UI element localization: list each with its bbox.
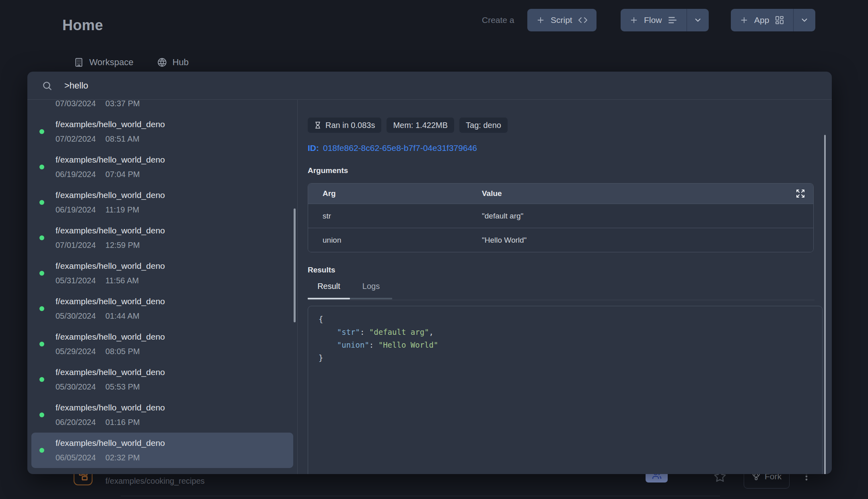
run-item-date: 06/19/2024	[56, 170, 96, 179]
tag-badge: Tag: deno	[459, 118, 508, 133]
tab-result-underline	[308, 298, 350, 299]
chevron-down-icon	[693, 16, 702, 25]
run-item-text: f/examples/hello_world_deno 05/31/2024 1…	[56, 261, 165, 285]
search-input[interactable]	[64, 80, 832, 91]
plus-icon	[629, 16, 638, 25]
run-item-time: 12:59 PM	[105, 241, 140, 250]
run-item-text: f/examples/hello_world_deno 05/30/2024 0…	[56, 297, 165, 321]
globe-icon	[157, 57, 167, 68]
run-list-item[interactable]: f/examples/hello_world_deno 05/29/2024 0…	[31, 326, 293, 362]
json-sep: :	[360, 328, 369, 336]
run-list-item[interactable]: f/examples/hello_world_deno 06/19/2024 1…	[31, 185, 293, 220]
tag-badge-label: Tag: deno	[466, 121, 501, 130]
page-title: Home	[62, 17, 103, 34]
json-value: "Hello World"	[378, 340, 438, 349]
arg-value: "default arg"	[482, 212, 813, 221]
run-item-path: f/examples/hello_world_deno	[56, 403, 165, 413]
run-item-text: f/examples/hello_world_deno 06/20/2024 0…	[56, 403, 165, 427]
run-item-time: 03:37 PM	[105, 100, 140, 108]
arg-name: union	[308, 236, 482, 245]
run-item-path: f/examples/hello_world_deno	[56, 261, 165, 272]
run-list-item[interactable]: f/examples/hello_world_deno 07/02/2024 0…	[31, 114, 293, 149]
json-value: "default arg"	[369, 328, 429, 336]
create-app-button[interactable]: App	[731, 9, 815, 31]
create-app-button-main[interactable]: App	[731, 9, 793, 31]
json-sep: :	[369, 340, 378, 349]
search-bar	[27, 72, 832, 100]
detail-panel-scrollbar[interactable]	[824, 135, 826, 474]
create-flow-button[interactable]: Flow	[621, 9, 709, 31]
arguments-table: Arg Value str "default arg" union "Hello…	[308, 183, 814, 252]
result-json-viewer[interactable]: { "str": "default arg", "union": "Hello …	[308, 306, 823, 474]
run-list-scrollbar[interactable]	[294, 208, 296, 322]
run-item-date: 05/29/2024	[56, 347, 96, 356]
run-list-item[interactable]: f/examples/hello_world_deno 05/31/2024 1…	[31, 256, 293, 291]
run-item-time: 07:04 PM	[105, 170, 140, 179]
tab-workspace[interactable]: Workspace	[74, 57, 134, 68]
success-dot-icon	[39, 235, 44, 240]
success-dot-icon	[39, 412, 44, 417]
create-script-button-main[interactable]: Script	[527, 9, 596, 31]
json-brace: {	[319, 315, 323, 324]
runtime-badge-label: Ran in 0.083s	[325, 121, 375, 130]
run-list-item[interactable]: f/examples/hello_world_deno 07/01/2024 1…	[31, 220, 293, 256]
run-item-path: f/examples/hello_world_deno	[56, 332, 165, 342]
create-app-dropdown-button[interactable]	[793, 9, 815, 31]
run-item-datetime: 06/20/2024 01:16 PM	[56, 418, 165, 427]
run-list-item[interactable]: f/examples/hello_world_deno 05/30/2024 0…	[31, 362, 293, 397]
run-item-time: 02:32 PM	[105, 453, 140, 462]
run-item-path: f/examples/hello_world_deno	[56, 297, 165, 307]
run-item-date: 06/19/2024	[56, 205, 96, 214]
run-item-text: f/examples/hello_world_deno 07/01/2024 1…	[56, 226, 165, 250]
dashboard-icon	[775, 15, 784, 25]
tab-result[interactable]: Result	[308, 282, 350, 299]
run-item-path: f/examples/hello_world_deno	[56, 190, 165, 201]
flow-list-icon	[667, 15, 678, 25]
run-item-datetime: 07/01/2024 12:59 PM	[56, 241, 165, 250]
chevron-down-icon	[800, 16, 809, 25]
run-item-datetime: 05/31/2024 11:56 AM	[56, 276, 165, 285]
code-icon	[578, 15, 588, 25]
arguments-table-row: str "default arg"	[308, 204, 813, 228]
run-list-item[interactable]: f/examples/hello_world_deno 06/19/2024 0…	[31, 149, 293, 185]
hourglass-icon	[314, 122, 321, 129]
run-list: 07/03/2024 03:37 PM f/examples/hello_wor…	[27, 100, 297, 474]
tab-logs[interactable]: Logs	[350, 282, 392, 299]
run-id-label: ID:	[308, 143, 319, 153]
run-item-path: f/examples/hello_world_deno	[56, 226, 165, 236]
create-flow-label: Flow	[644, 15, 662, 25]
run-list-item[interactable]: f/examples/hello_world_deno 05/30/2024 0…	[31, 291, 293, 326]
tab-hub[interactable]: Hub	[157, 57, 189, 68]
run-item-date: 05/30/2024	[56, 382, 96, 392]
run-item-text: f/examples/hello_world_deno 06/19/2024 0…	[56, 155, 165, 179]
run-list-item[interactable]: 07/03/2024 03:37 PM	[31, 100, 293, 114]
tabs-baseline	[308, 300, 815, 300]
json-key: "union"	[337, 340, 369, 349]
run-detail-panel: Ran in 0.083s Mem: 1.422MB Tag: deno ID:…	[298, 100, 832, 474]
command-palette-modal: 07/03/2024 03:37 PM f/examples/hello_wor…	[27, 72, 832, 474]
run-item-text: f/examples/hello_world_deno 07/02/2024 0…	[56, 120, 165, 144]
run-item-datetime: 06/05/2024 02:32 PM	[56, 453, 165, 462]
arguments-heading: Arguments	[308, 166, 832, 175]
run-item-time: 01:44 AM	[105, 311, 140, 321]
success-dot-icon	[39, 342, 44, 346]
run-id-row: ID:018fe862-8c62-65e8-b7f7-04e31f379646	[308, 143, 832, 153]
create-flow-dropdown-button[interactable]	[687, 9, 709, 31]
run-list-item[interactable]: f/examples/hello_world_deno 06/05/2024 0…	[31, 433, 293, 468]
success-dot-icon	[39, 448, 44, 453]
run-id-link[interactable]: 018fe862-8c62-65e8-b7f7-04e31f379646	[323, 143, 477, 153]
create-flow-button-main[interactable]: Flow	[621, 9, 687, 31]
create-app-label: App	[754, 15, 769, 25]
tab-logs-label: Logs	[362, 282, 380, 291]
results-tabs: Result Logs	[308, 282, 815, 301]
create-script-button[interactable]: Script	[527, 9, 596, 31]
run-item-path: f/examples/hello_world_deno	[56, 438, 165, 449]
run-item-time: 11:19 PM	[105, 205, 139, 214]
run-list-item[interactable]: f/examples/hello_world_deno 06/20/2024 0…	[31, 397, 293, 433]
run-item-datetime: 06/19/2024 07:04 PM	[56, 170, 165, 179]
expand-table-button[interactable]	[796, 189, 805, 198]
run-item-text: f/examples/hello_world_deno 06/19/2024 1…	[56, 190, 165, 214]
run-item-date: 05/30/2024	[56, 311, 96, 321]
success-dot-icon	[39, 377, 44, 382]
plus-icon	[536, 16, 545, 25]
